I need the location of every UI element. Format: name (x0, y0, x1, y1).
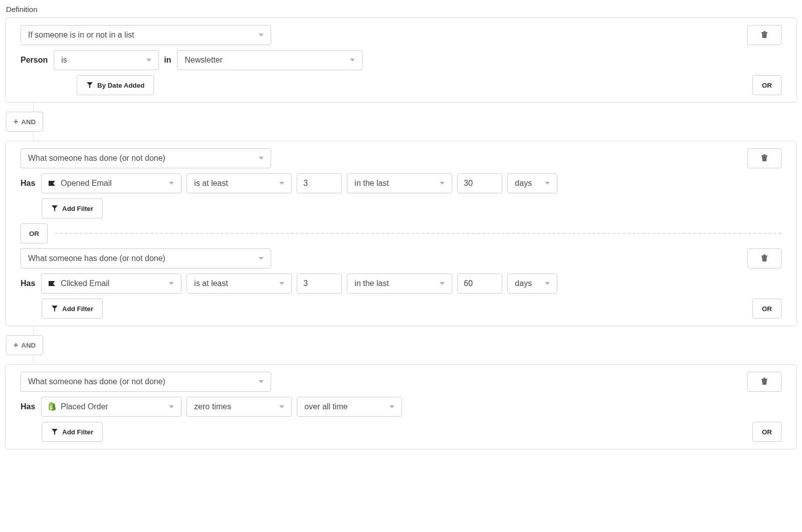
person-label: Person (21, 56, 48, 65)
and-connector: + AND (5, 103, 797, 141)
plus-icon: + (14, 117, 18, 126)
chevron-down-icon (440, 282, 445, 285)
by-date-added-button[interactable]: By Date Added (77, 75, 154, 95)
list-name-select[interactable]: Newsletter (177, 50, 362, 70)
filter-icon (51, 428, 58, 435)
and-button[interactable]: + AND (6, 112, 43, 132)
klaviyo-icon (47, 278, 58, 289)
timeframe-select[interactable]: in the last (347, 173, 452, 193)
chevron-down-icon (545, 282, 550, 285)
chevron-down-icon (169, 282, 174, 285)
has-label: Has (21, 402, 35, 411)
metric-select[interactable]: Opened Email (41, 173, 181, 193)
or-button[interactable]: OR (752, 422, 781, 442)
comparator-select[interactable]: is at least (186, 173, 292, 193)
metric-select[interactable]: Clicked Email (41, 274, 181, 294)
chevron-down-icon (389, 405, 394, 408)
chevron-down-icon (440, 182, 445, 185)
chevron-down-icon (169, 182, 174, 185)
chevron-down-icon (545, 182, 550, 185)
or-separator: OR (21, 223, 781, 243)
condition-group-2: What someone has done (or not done) Has … (5, 141, 797, 326)
condition-type-label: If someone is in or not in a list (28, 31, 134, 40)
condition-type-select[interactable]: What someone has done (or not done) (21, 248, 271, 269)
comparator-select[interactable]: is at least (186, 274, 292, 294)
chevron-down-icon (259, 380, 264, 383)
count-input[interactable] (297, 274, 342, 294)
chevron-down-icon (279, 182, 284, 185)
chevron-down-icon (259, 157, 264, 160)
add-filter-button[interactable]: Add Filter (42, 422, 103, 442)
metric-select[interactable]: Placed Order (41, 397, 181, 417)
condition-type-select[interactable]: What someone has done (or not done) (21, 372, 271, 392)
and-connector: + AND (5, 326, 797, 364)
condition-type-select[interactable]: If someone is in or not in a list (21, 25, 271, 45)
person-operator-value: is (61, 56, 67, 65)
chevron-down-icon (350, 59, 355, 62)
count-input[interactable] (297, 173, 342, 193)
filter-icon (51, 305, 58, 312)
chevron-down-icon (259, 34, 264, 37)
timeframe-select[interactable]: over all time (297, 397, 402, 417)
condition-group-1: If someone is in or not in a list Person… (5, 18, 797, 103)
time-value-input[interactable] (457, 173, 502, 193)
in-label: in (164, 56, 171, 65)
and-button[interactable]: + AND (6, 335, 43, 355)
person-operator-select[interactable]: is (54, 50, 159, 70)
has-label: Has (21, 279, 35, 288)
chevron-down-icon (146, 59, 151, 62)
or-button[interactable]: OR (752, 75, 781, 95)
klaviyo-icon (47, 178, 58, 189)
or-button[interactable]: OR (752, 299, 781, 319)
chevron-down-icon (259, 257, 264, 260)
time-unit-select[interactable]: days (507, 173, 557, 193)
time-value-input[interactable] (457, 274, 502, 294)
has-label: Has (21, 179, 35, 188)
filter-icon (51, 205, 58, 212)
filter-icon (86, 82, 93, 89)
shopify-icon (47, 401, 58, 412)
chevron-down-icon (279, 282, 284, 285)
chevron-down-icon (169, 405, 174, 408)
definition-header: Definition (6, 5, 797, 14)
add-filter-button[interactable]: Add Filter (42, 299, 103, 319)
by-date-added-label: By Date Added (97, 82, 144, 89)
or-button-inline[interactable]: OR (21, 223, 48, 243)
timeframe-select[interactable]: in the last (347, 274, 452, 294)
condition-group-3: What someone has done (or not done) Has … (5, 364, 797, 449)
condition-type-select[interactable]: What someone has done (or not done) (21, 148, 271, 168)
list-name-value: Newsletter (184, 56, 223, 65)
comparator-select[interactable]: zero times (186, 397, 292, 417)
time-unit-select[interactable]: days (507, 274, 557, 294)
plus-icon: + (14, 341, 18, 350)
chevron-down-icon (279, 405, 284, 408)
add-filter-button[interactable]: Add Filter (42, 198, 103, 218)
